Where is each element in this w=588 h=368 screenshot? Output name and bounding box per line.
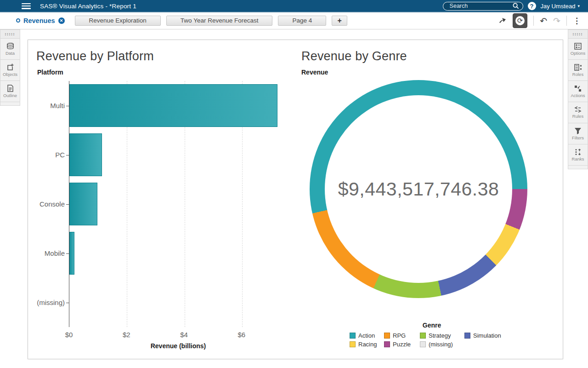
app-header: SAS® Visual Analytics - *Report 1 Search…	[0, 0, 588, 12]
x-tick-label: $0	[57, 331, 80, 339]
tab-revenue-exploration[interactable]: Revenue Exploration	[75, 16, 161, 26]
tab-revenues[interactable]: Revenues ✕	[16, 17, 65, 24]
category-label: Multi	[28, 102, 65, 109]
rail-spacer	[568, 166, 588, 169]
toolbar-separator	[533, 16, 534, 26]
filters-icon	[574, 127, 582, 134]
redo-icon: ↷	[553, 17, 560, 25]
legend-item-missing[interactable]: (missing)	[420, 340, 464, 349]
legend-item-rpg[interactable]: RPG	[384, 331, 420, 340]
refresh-icon: ⟳	[515, 16, 525, 25]
legend-swatch	[350, 333, 356, 339]
legend-item-strategy[interactable]: Strategy	[420, 331, 464, 340]
bar-mobile[interactable]	[69, 232, 74, 275]
category-label: PC	[28, 151, 65, 159]
search-placeholder: Search	[450, 3, 513, 9]
rail-spacer	[0, 102, 20, 106]
menu-icon[interactable]	[22, 3, 31, 9]
tab-revenues-label: Revenues	[23, 17, 55, 24]
rail-item-ranks[interactable]: Ranks	[568, 144, 588, 166]
objects-icon	[6, 63, 14, 71]
x-tick-label: $4	[173, 331, 196, 339]
bar-pc[interactable]	[69, 133, 102, 176]
legend-label: Racing	[358, 341, 377, 348]
rail-item-rules[interactable]: Rules	[568, 102, 588, 123]
left-rail: •••••••••• Data Objects O	[0, 29, 20, 106]
legend-item-simulation[interactable]: Simulation	[464, 331, 516, 340]
pointer-tool-button[interactable]	[498, 16, 507, 25]
rail-item-outline[interactable]: Outline	[0, 81, 20, 102]
tab-page-4[interactable]: Page 4	[278, 16, 326, 26]
ranks-icon	[575, 149, 582, 155]
search-input[interactable]: Search	[443, 2, 523, 11]
rail-grip[interactable]: ••••••••••	[0, 29, 20, 39]
legend-swatch	[420, 333, 426, 339]
category-label: Console	[28, 200, 65, 208]
rail-item-label: Data	[6, 51, 15, 56]
legend-item-action[interactable]: Action	[350, 331, 384, 340]
rules-icon	[574, 106, 582, 113]
legend-swatch	[384, 333, 390, 339]
options-icon	[574, 43, 582, 50]
legend: ActionRPGStrategySimulationRacingPuzzle(…	[350, 331, 516, 349]
refresh-button[interactable]: ⟳	[513, 13, 527, 28]
rail-item-roles[interactable]: Roles	[568, 60, 588, 81]
app-window: SAS® Visual Analytics - *Report 1 Search…	[0, 0, 588, 368]
user-name: Jay Umstead	[541, 3, 576, 10]
x-axis-title: Revenue (billions)	[69, 342, 288, 350]
right-rail: •••••••••• Options Roles	[568, 29, 588, 169]
category-tick	[66, 253, 69, 254]
bar-multi[interactable]	[69, 84, 277, 127]
category-tick	[66, 303, 69, 303]
rail-item-data[interactable]: Data	[0, 39, 20, 60]
chevron-down-icon: ▾	[577, 4, 580, 8]
legend-title: Genre	[349, 322, 515, 329]
rail-item-objects[interactable]: Objects	[0, 60, 20, 81]
redo-button[interactable]: ↷	[553, 17, 560, 25]
toolbar-separator	[566, 16, 567, 26]
undo-icon: ↶	[540, 17, 547, 25]
legend-swatch	[350, 341, 356, 347]
rail-item-label: Filters	[572, 135, 584, 140]
legend-label: (missing)	[429, 341, 453, 348]
legend-label: RPG	[393, 332, 406, 339]
pointer-icon	[498, 16, 507, 25]
actions-icon	[574, 85, 582, 92]
category-label: Mobile	[28, 249, 65, 257]
kebab-menu-icon: ⋮	[573, 16, 581, 26]
rail-item-label: Actions	[571, 93, 585, 98]
rail-item-label: Outline	[3, 93, 17, 98]
roles-icon	[574, 64, 582, 71]
x-tick-label: $2	[115, 331, 138, 339]
bar-console[interactable]	[69, 183, 97, 225]
rail-item-filters[interactable]: Filters	[568, 123, 588, 144]
search-icon[interactable]	[513, 3, 519, 9]
report-toolbar: ⟳ ↶ ↷ ⋮	[498, 12, 581, 29]
bar-plot-area	[69, 81, 288, 327]
rail-item-options[interactable]: Options	[568, 39, 588, 60]
user-menu[interactable]: Jay Umstead ▾	[541, 3, 580, 10]
rail-item-label: Options	[571, 51, 586, 56]
rail-item-label: Rules	[572, 114, 583, 119]
help-icon[interactable]: ?	[528, 2, 536, 10]
donut-chart-title: Revenue by Genre	[301, 49, 407, 63]
tab-two-year-revenue-forecast[interactable]: Two Year Revenue Forecast	[166, 16, 273, 26]
legend-label: Simulation	[473, 332, 501, 339]
legend-item-puzzle[interactable]: Puzzle	[384, 340, 420, 349]
close-tab-icon[interactable]: ✕	[58, 17, 65, 24]
add-page-button[interactable]: +	[332, 16, 347, 26]
rail-grip[interactable]: ••••••••••	[568, 29, 588, 39]
undo-button[interactable]: ↶	[540, 17, 547, 25]
section-icon	[16, 18, 20, 23]
more-options-button[interactable]: ⋮	[573, 16, 581, 26]
bar-chart-title: Revenue by Platform	[36, 49, 154, 63]
category-tick	[66, 204, 69, 205]
rail-item-label: Ranks	[572, 156, 584, 161]
rail-item-label: Roles	[572, 72, 583, 77]
legend-item-racing[interactable]: Racing	[350, 340, 384, 349]
rail-item-actions[interactable]: Actions	[568, 81, 588, 102]
donut-ring[interactable]: $9,443,517,746.38	[310, 80, 527, 298]
legend-label: Strategy	[429, 332, 451, 339]
y-axis-title: Platform	[37, 69, 63, 76]
report-canvas: Revenue by Platform Platform $0$2$4$6Mul…	[20, 29, 568, 368]
